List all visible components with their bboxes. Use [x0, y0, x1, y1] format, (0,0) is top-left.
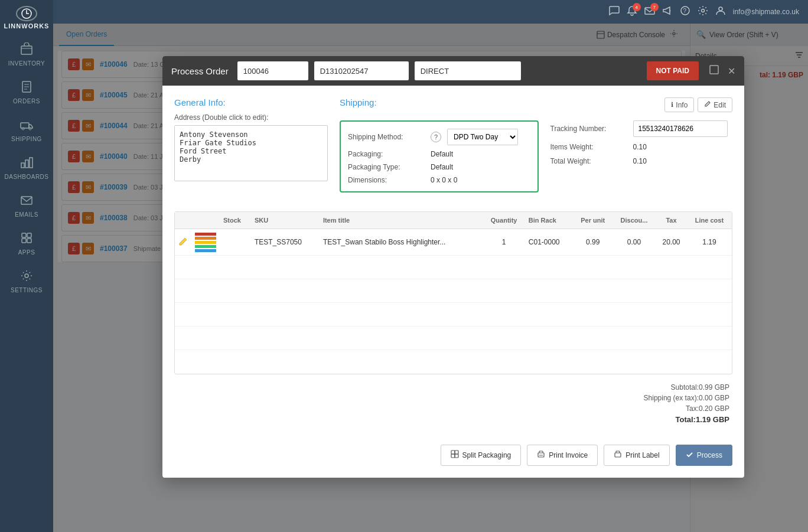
modal-body: General Info: Address (Double click to e…: [162, 86, 744, 445]
maximize-icon[interactable]: [709, 65, 719, 77]
print-invoice-button[interactable]: Print Invoice: [527, 445, 598, 466]
item-per-unit-cell: 0.99: [573, 229, 612, 256]
sidebar-item-apps-label: APPS: [18, 249, 35, 256]
print-invoice-icon: [537, 450, 545, 460]
total-value: 1.19 GBP: [696, 415, 729, 424]
svg-text:?: ?: [683, 8, 686, 14]
close-icon[interactable]: ✕: [728, 66, 735, 77]
address-textarea[interactable]: Antony Stevenson Friar Gate Studios Ford…: [174, 125, 328, 181]
col-stock: Stock: [220, 212, 251, 229]
svg-rect-12: [30, 158, 32, 168]
mail-badge: 7: [650, 3, 659, 11]
item-pencil-cell: [175, 229, 191, 256]
tracking-number-input[interactable]: [633, 120, 728, 137]
shipping-method-select[interactable]: DPD Two Day: [447, 129, 518, 145]
tax-row: Tax:0.20 GBP: [177, 404, 729, 413]
sidebar-item-emails[interactable]: EMAILS: [3, 188, 50, 223]
bell-badge: 4: [633, 3, 641, 11]
sidebar-item-inventory-label: INVENTORY: [8, 60, 45, 67]
apps-icon: [20, 231, 33, 247]
check-icon: [686, 451, 693, 460]
col-pencil: [175, 212, 191, 229]
shipping-method-label: Shipping Method:: [348, 133, 425, 141]
payment-status-button[interactable]: NOT PAID: [647, 61, 699, 80]
user-icon[interactable]: [715, 5, 726, 18]
print-label-icon: [614, 450, 622, 460]
col-per-unit: Per unit: [573, 212, 612, 229]
col-sku: SKU: [251, 212, 320, 229]
svg-rect-7: [21, 123, 29, 128]
channel-input[interactable]: [415, 61, 521, 80]
top-bar: 4 7 ? info@shipmate.co.uk: [53, 0, 808, 24]
general-info-section: General Info: Address (Double click to e…: [174, 97, 328, 200]
svg-rect-27: [455, 454, 458, 458]
app-title: LINNWORKS: [4, 22, 50, 30]
svg-rect-11: [25, 160, 28, 168]
megaphone-icon[interactable]: [662, 5, 673, 18]
col-bin-rack: Bin Rack: [525, 212, 574, 229]
edit-button[interactable]: Edit: [698, 97, 732, 112]
gear-icon[interactable]: [698, 5, 708, 18]
items-weight-row: Items Weight: 0.10: [550, 143, 733, 151]
svg-rect-30: [615, 453, 621, 457]
mail-icon[interactable]: 7: [644, 5, 655, 18]
sidebar-item-settings[interactable]: SETTINGS: [3, 263, 50, 299]
table-row[interactable]: TEST_SS7050 TEST_Swan Stabilo Boss Highl…: [175, 229, 732, 256]
shipping-title: Shipping:: [340, 97, 377, 107]
col-line-cost: Line cost: [687, 212, 732, 229]
info-button[interactable]: ℹ Info: [664, 97, 694, 112]
sidebar-item-dashboards[interactable]: DASHBOARDS: [3, 150, 50, 185]
info-edit-buttons: ℹ Info Edit: [664, 97, 732, 112]
bell-icon[interactable]: 4: [627, 5, 637, 18]
packaging-type-label: Packaging Type:: [348, 163, 425, 171]
chat-icon[interactable]: [609, 5, 620, 18]
col-tax: Tax: [656, 212, 687, 229]
tracking-id-input[interactable]: [314, 61, 409, 80]
tracking-number-label: Tracking Number:: [550, 125, 633, 133]
sidebar-item-orders-label: ORDERS: [13, 98, 40, 105]
main-area: 4 7 ? info@shipmate.co.uk Open Orders: [53, 0, 808, 532]
table-row-empty: [175, 350, 732, 374]
split-packaging-button[interactable]: Split Packaging: [441, 445, 522, 466]
content-area: Open Orders Despatch Console 🔍 View Orde…: [53, 24, 808, 532]
help-icon[interactable]: ?: [680, 5, 690, 18]
print-label-button[interactable]: Print Label: [604, 445, 669, 466]
address-label: Address (Double click to edit):: [174, 113, 328, 122]
totals-section: Subtotal:0.99 GBP Shipping (ex tax):0.00…: [174, 383, 732, 424]
items-table-wrap: Stock SKU Item title Quantity Bin Rack P…: [174, 211, 732, 374]
sidebar-item-shipping-label: SHIPPING: [11, 136, 42, 142]
item-line-cost-cell: 1.19: [687, 229, 732, 256]
user-email: info@shipmate.co.uk: [733, 8, 799, 16]
packaging-type-row: Packaging Type: Default: [348, 163, 530, 171]
sidebar-item-dashboards-label: DASHBOARDS: [4, 174, 48, 180]
color-bar-red: [195, 233, 216, 236]
shipping-ex-tax-value: 0.00 GBP: [699, 394, 729, 402]
sidebar-item-orders[interactable]: ORDERS: [3, 74, 50, 110]
sidebar-item-apps[interactable]: APPS: [3, 226, 50, 261]
svg-rect-1: [21, 46, 32, 54]
col-quantity: Quantity: [483, 212, 524, 229]
shipping-ex-tax-row: Shipping (ex tax):0.00 GBP: [177, 394, 729, 402]
inventory-icon: [20, 43, 33, 58]
svg-rect-23: [710, 66, 718, 74]
general-info-title: General Info:: [174, 97, 328, 107]
process-order-modal: Process Order NOT PAID ✕ General Info: A…: [162, 56, 744, 478]
svg-point-14: [25, 274, 28, 278]
app-logo: LINNWORKS: [9, 6, 44, 30]
sidebar-item-shipping[interactable]: SHIPPING: [3, 112, 50, 148]
orders-icon: [20, 80, 33, 96]
packaging-value: Default: [431, 150, 453, 158]
item-title-cell: TEST_Swan Stabilo Boss Highlighter...: [320, 229, 483, 256]
item-bin-rack-cell: C01-0000: [525, 229, 574, 256]
dimensions-row: Dimensions: 0 x 0 x 0: [348, 176, 530, 184]
dimensions-label: Dimensions:: [348, 176, 425, 184]
order-number-input[interactable]: [237, 61, 308, 80]
shipping-help-icon[interactable]: ?: [431, 132, 441, 142]
col-title: Item title: [320, 212, 483, 229]
total-weight-row: Total Weight: 0.10: [550, 157, 733, 165]
sidebar-item-inventory[interactable]: INVENTORY: [3, 37, 50, 72]
svg-rect-25: [455, 451, 458, 454]
item-sku-cell: TEST_SS7050: [251, 229, 320, 256]
product-image: [195, 234, 216, 250]
process-button[interactable]: Process: [676, 445, 732, 466]
